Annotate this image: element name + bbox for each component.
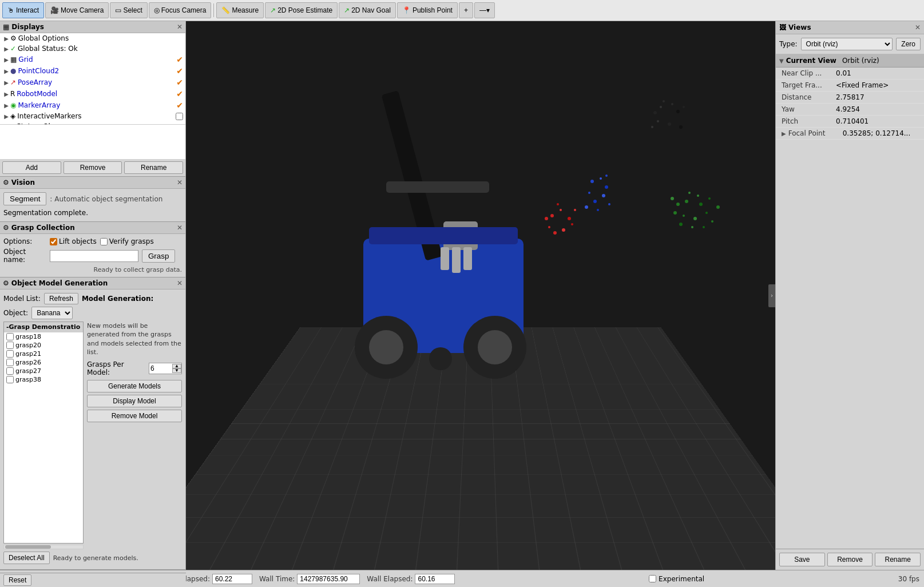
measure-button[interactable]: 📏 Measure xyxy=(216,2,264,18)
vision-close-button[interactable]: ✕ xyxy=(177,179,183,187)
nav-goal-button[interactable]: ↗ 2D Nav Goal xyxy=(339,2,396,18)
refresh-button[interactable]: Refresh xyxy=(44,293,78,304)
minus-icon: —▾ xyxy=(479,6,490,14)
list-item[interactable]: grasp26 xyxy=(4,358,83,367)
wall-time-input[interactable] xyxy=(297,574,360,584)
tree-item-global-status[interactable]: ▶ ✓ Global Status: Ok xyxy=(0,43,185,54)
svg-point-37 xyxy=(705,212,708,214)
views-rename-button[interactable]: Rename xyxy=(875,553,921,566)
verify-grasps-checkbox[interactable] xyxy=(100,238,108,245)
grasp27-checkbox[interactable] xyxy=(6,367,14,375)
pointcloud2-checkbox[interactable]: ✔ xyxy=(176,66,183,76)
viewport-collapse-arrow[interactable]: › xyxy=(768,284,775,307)
yaw-property: Yaw 4.9254 xyxy=(776,104,924,116)
grasp-list-scrollbar[interactable] xyxy=(3,545,84,549)
check-icon: ✓ xyxy=(10,45,16,53)
svg-point-38 xyxy=(673,211,677,215)
grasp20-checkbox[interactable] xyxy=(6,342,14,349)
list-item[interactable]: grasp20 xyxy=(4,341,83,350)
interact-label: Interact xyxy=(16,6,39,14)
tree-arrow: ▶ xyxy=(2,80,10,86)
tree-item-robotmodel[interactable]: ▶ R RobotModel ✔ xyxy=(0,88,185,100)
remove-model-button[interactable]: Remove Model xyxy=(87,410,182,422)
focus-camera-button[interactable]: ◎ Focus Camera xyxy=(149,2,212,18)
views-remove-button[interactable]: Remove xyxy=(827,553,873,566)
deselect-all-button[interactable]: Deselect All xyxy=(3,552,50,564)
wall-elapsed-input[interactable] xyxy=(415,574,455,584)
display-model-button[interactable]: Display Model xyxy=(87,395,182,407)
object-select[interactable]: Banana xyxy=(31,307,73,319)
publish-point-button[interactable]: 📍 Publish Point xyxy=(397,2,458,18)
grasps-per-model-input[interactable] xyxy=(149,363,172,374)
ros-elapsed-input[interactable] xyxy=(212,574,252,584)
grasp-collection-close-button[interactable]: ✕ xyxy=(177,224,183,232)
tree-arrow: ▶ xyxy=(2,91,10,97)
tree-arrow: ▶ xyxy=(2,113,10,120)
move-camera-button[interactable]: 🎥 Move Camera xyxy=(45,2,109,18)
model-generation-section: ⚙ Object Model Generation ✕ Model List: … xyxy=(0,277,185,570)
tree-item-global-options[interactable]: ▶ ⚙ Global Options xyxy=(0,33,185,43)
experimental-checkbox[interactable] xyxy=(649,575,656,582)
measure-label: Measure xyxy=(232,6,259,14)
tree-item-posearray[interactable]: ▶ ↗ PoseArray ✔ xyxy=(0,77,185,88)
spinner-down-button[interactable]: ▼ xyxy=(172,368,181,373)
pointcloud-blue xyxy=(581,170,615,216)
camera-move-icon: 🎥 xyxy=(50,6,59,14)
vision-icon: ⚙ xyxy=(3,179,9,187)
markerarray-checkbox[interactable]: ✔ xyxy=(176,101,183,110)
grasp-icon: ⚙ xyxy=(3,224,9,232)
grasp-list-container: -Grasp Demonstratio grasp18 grasp20 xyxy=(3,322,84,549)
grasp-button[interactable]: Grasp xyxy=(142,249,175,263)
displays-add-button[interactable]: Add xyxy=(2,161,61,174)
tree-item-grid[interactable]: ▶ ▦ Grid ✔ xyxy=(0,54,185,65)
model-generation-header-left: ⚙ Object Model Generation xyxy=(3,279,108,287)
interact-button[interactable]: 🖱 Interact xyxy=(2,2,44,18)
robotmodel-checkbox[interactable]: ✔ xyxy=(176,89,183,98)
model-action-buttons: Generate Models Display Model Remove Mod… xyxy=(87,380,182,422)
pose-estimate-button[interactable]: ↗ 2D Pose Estimate xyxy=(265,2,338,18)
focal-point-value: 0.35285; 0.12714... xyxy=(843,129,911,137)
wall-time-label: Wall Time: xyxy=(259,575,295,583)
list-item[interactable]: grasp21 xyxy=(4,350,83,358)
views-save-button[interactable]: Save xyxy=(779,553,825,566)
distance-value: 2.75817 xyxy=(836,93,864,101)
grid-checkbox[interactable]: ✔ xyxy=(176,55,183,64)
object-name-input[interactable] xyxy=(50,250,138,262)
displays-remove-button[interactable]: Remove xyxy=(64,161,122,174)
views-close-button[interactable]: ✕ xyxy=(915,23,921,31)
publish-icon: 📍 xyxy=(402,6,411,14)
displays-rename-button[interactable]: Rename xyxy=(124,161,183,174)
displays-close-button[interactable]: ✕ xyxy=(177,23,183,31)
generate-models-button[interactable]: Generate Models xyxy=(87,380,182,392)
views-type-select[interactable]: Orbit (rviz) xyxy=(801,38,893,50)
zero-button[interactable]: Zero xyxy=(896,38,921,50)
posearray-checkbox[interactable]: ✔ xyxy=(176,78,183,87)
select-button[interactable]: ▭ Select xyxy=(110,2,147,18)
add-button[interactable]: + xyxy=(459,2,473,18)
list-item[interactable]: grasp18 xyxy=(4,332,83,341)
grasp21-checkbox[interactable] xyxy=(6,350,14,358)
cursor-icon: 🖱 xyxy=(7,6,14,14)
near-clip-value: 0.01 xyxy=(836,69,851,77)
tree-item-interactive-markers[interactable]: ▶ ◈ InteractiveMarkers xyxy=(0,111,185,121)
tree-item-pointcloud2[interactable]: ▶ ● PointCloud2 ✔ xyxy=(0,65,185,77)
tree-item-markerarray[interactable]: ▶ ◉ MarkerArray ✔ xyxy=(0,100,185,111)
wall-elapsed-label: Wall Elapsed: xyxy=(367,575,413,583)
grasp26-checkbox[interactable] xyxy=(6,359,14,366)
segment-button[interactable]: Segment xyxy=(3,192,46,205)
interactive-markers-checkbox[interactable] xyxy=(176,113,183,120)
displays-tree[interactable]: ▶ ⚙ Global Options ▶ ✓ Global Status: Ok… xyxy=(0,33,185,125)
lift-objects-checkbox[interactable] xyxy=(50,238,57,245)
focus-camera-label: Focus Camera xyxy=(161,6,207,14)
list-item[interactable]: grasp27 xyxy=(4,367,83,375)
svg-point-27 xyxy=(571,223,573,225)
grasp-list-box[interactable]: -Grasp Demonstratio grasp18 grasp20 xyxy=(3,322,84,544)
reset-button[interactable]: Reset xyxy=(3,574,31,586)
grasp38-checkbox[interactable] xyxy=(6,376,14,383)
model-generation-close-button[interactable]: ✕ xyxy=(177,279,183,287)
robot-wheel-left-inner xyxy=(369,330,403,364)
3d-viewport[interactable]: › xyxy=(186,21,775,570)
grasp18-checkbox[interactable] xyxy=(6,333,14,340)
extra-button[interactable]: —▾ xyxy=(474,2,495,18)
list-item[interactable]: grasp38 xyxy=(4,375,83,384)
